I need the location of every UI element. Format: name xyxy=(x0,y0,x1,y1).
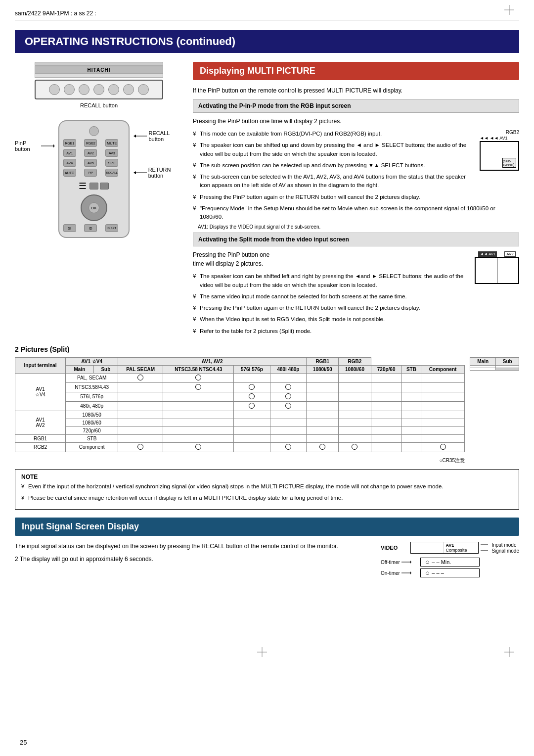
header-text: sam/2422 9AM-1PM : a ss 22 : xyxy=(15,10,96,17)
av1-signal: AV1 xyxy=(445,543,454,548)
s2-bullet-5: Refer to the table for 2 pictures (Split… xyxy=(193,327,519,335)
rb-auto[interactable]: AUTO xyxy=(63,169,76,177)
split-labels: ◄◄ AV1 AV2 xyxy=(475,251,519,257)
rb-size[interactable]: SIZE xyxy=(105,159,118,167)
rb-av4[interactable]: AV4 xyxy=(63,159,76,167)
td-576-7 xyxy=(371,392,401,401)
panel-btn-3[interactable] xyxy=(79,84,89,95)
av2-split-label: AV2 xyxy=(504,251,516,257)
off-timer-value: ☺ – – Min. xyxy=(420,558,480,567)
th-sub: Sub xyxy=(93,365,118,373)
pictures-split-section: 2 Pictures (Split) Input terminal AV1 ☆V… xyxy=(15,345,519,464)
rb-id[interactable]: ID xyxy=(84,224,97,232)
td-rgb2: RGB2 xyxy=(15,442,66,452)
rb-av1[interactable]: AV1 xyxy=(63,149,76,157)
panel-btn-2[interactable] xyxy=(64,84,75,95)
panel-btn-7[interactable] xyxy=(138,84,149,95)
nav-ring[interactable]: OK xyxy=(81,194,107,221)
subsection2-bullets: The speaker icon can be shifted left and… xyxy=(193,272,519,301)
td-576-9 xyxy=(421,392,465,401)
td-n2 xyxy=(163,382,234,392)
td-t4 xyxy=(270,426,307,434)
td-n3 xyxy=(234,382,270,392)
ok-button[interactable]: OK xyxy=(89,202,99,213)
recall-label: RECALL button xyxy=(148,130,183,142)
td-t8 xyxy=(401,426,421,434)
input-body1: The input signal status can be displayed… xyxy=(15,542,371,551)
rb-si[interactable]: SI xyxy=(63,224,76,232)
sth-sub: Sub xyxy=(496,357,519,365)
th-720: 720p/60 xyxy=(371,365,401,373)
table-note: ○CR35注意 xyxy=(15,457,465,464)
td-pal-secam-label: PAL, SECAM xyxy=(66,373,118,382)
td-s8 xyxy=(401,419,421,426)
table-row: AV1AV2 1080i/50 xyxy=(15,411,465,419)
subsection2-body1: Pressing the PinP button onetime will di… xyxy=(193,250,519,268)
on-timer-arrow xyxy=(401,571,411,575)
rb-av2[interactable]: AV2 xyxy=(84,149,97,157)
th-pal-secam: PAL SECAM xyxy=(118,365,163,373)
s2-bullet-4: When the Video input is set to RGB Video… xyxy=(193,315,519,324)
panel-btn-4[interactable] xyxy=(93,84,104,95)
nav-circle-wrapper: OK xyxy=(63,194,125,221)
note-section: NOTE Even if the input of the horizontal… xyxy=(15,469,519,510)
td-480-7 xyxy=(371,401,401,411)
th-ntsc: NTSC3.58 NTSC4.43 xyxy=(163,365,234,373)
bullet-5: Pressing the PinP button again or the RE… xyxy=(193,193,519,201)
main-title: OPERATING INSTRUCTIONS (continued) xyxy=(15,30,519,53)
svg-marker-13 xyxy=(410,571,411,574)
remote-top-icon xyxy=(63,126,125,136)
td-stb: STB xyxy=(66,434,118,442)
rb-av5[interactable]: AV5 xyxy=(84,159,97,167)
rb-recall[interactable]: RECALL xyxy=(105,169,118,177)
rb-rgb2[interactable]: RGB2 xyxy=(84,139,97,147)
td-r2 xyxy=(163,411,234,419)
return-arrow xyxy=(134,170,147,175)
panel-btn-6[interactable] xyxy=(123,84,134,95)
on-timer-row: On-timer ☺ – – – xyxy=(381,568,519,577)
panel-btn-5[interactable] xyxy=(108,84,119,95)
td-t7 xyxy=(371,426,401,434)
rb-pip[interactable]: PIP xyxy=(84,169,97,177)
td-n6 xyxy=(339,382,371,392)
rb-idset[interactable]: ID SET xyxy=(105,224,118,232)
input-body2: 2 The display will go out in approximate… xyxy=(15,555,371,564)
td-c3 xyxy=(234,373,270,382)
td-576-6 xyxy=(339,392,371,401)
td-n8 xyxy=(401,382,421,392)
table-row: AV1☆V4 PAL, SECAM xyxy=(15,373,465,382)
rb-rgb1[interactable]: RGB1 xyxy=(63,139,76,147)
td-u4 xyxy=(270,434,307,442)
menu-btn[interactable]: ☰ xyxy=(79,181,87,191)
td-u8 xyxy=(401,434,421,442)
svg-marker-5 xyxy=(134,171,136,174)
td-v3 xyxy=(234,442,270,452)
input-mode-label: Input mode xyxy=(491,542,516,548)
rb-mute[interactable]: MUTE xyxy=(105,139,118,147)
td-t9 xyxy=(421,426,465,434)
vol-down[interactable] xyxy=(89,183,98,189)
th-rgb1: RGB1 xyxy=(307,357,339,365)
th-480: 480i 480p xyxy=(270,365,307,373)
crosshair-bottom-right xyxy=(504,647,514,657)
td-1080i60: 1080i/60 xyxy=(66,419,118,426)
td-1080i50: 1080i/50 xyxy=(66,411,118,419)
on-timer-text: On-timer xyxy=(381,570,400,576)
recall-arrow xyxy=(134,134,147,139)
page: sam/2422 9AM-1PM : a ss 22 : OPERATING I… xyxy=(0,0,534,756)
td-480-4 xyxy=(270,401,307,411)
td-t1 xyxy=(118,426,163,434)
remote-vol-row: ☰ xyxy=(63,181,125,191)
subsection1-body: Pressing the PinP button one time will d… xyxy=(193,117,519,126)
remote-top-buttons: RGB1 RGB2 MUTE AV1 AV2 AV3 AV4 AV5 SIZE … xyxy=(63,139,125,177)
svg-marker-11 xyxy=(410,561,411,564)
s2-bullet-2: The same video input mode cannot be sele… xyxy=(193,292,519,301)
panel-btn-1[interactable] xyxy=(49,84,60,95)
split-table-wrapper: Input terminal AV1 ☆V4 AV1, AV2 RGB1 RGB… xyxy=(15,357,465,464)
rb-av3[interactable]: AV3 xyxy=(105,149,118,157)
td-r7 xyxy=(371,411,401,419)
td-r5 xyxy=(307,411,339,419)
vol-up[interactable] xyxy=(100,183,109,189)
mode-labels: Input mode Signal mode xyxy=(481,542,519,554)
td-n5 xyxy=(307,382,339,392)
